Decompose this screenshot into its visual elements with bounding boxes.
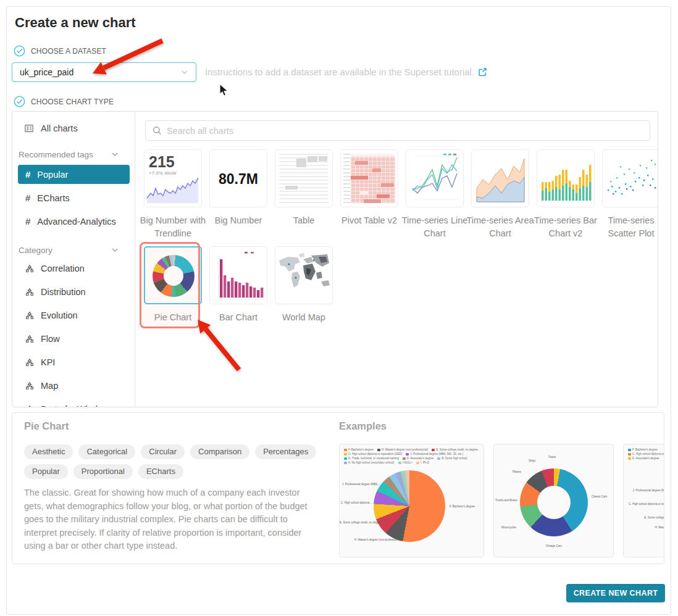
pie-callout: Planes bbox=[513, 470, 521, 473]
sidebar-item-all-charts[interactable]: All charts bbox=[12, 122, 135, 135]
sidebar-item-advanced-analytics[interactable]: # Advanced-Analytics bbox=[18, 212, 130, 231]
donut-hole bbox=[537, 486, 571, 519]
tag-pill: Proportional bbox=[73, 464, 133, 479]
chart-card-label: Big Number bbox=[203, 214, 274, 227]
tag-pill: Popular bbox=[24, 464, 68, 479]
legend-item: J. Professional degree (MBA, MD, JD, etc… bbox=[406, 452, 463, 456]
chart-card-ts-scatter[interactable]: Time-series Scatter Plot bbox=[602, 149, 658, 240]
category-item-label: Map bbox=[41, 381, 58, 391]
category-item-label: Distribution bbox=[41, 287, 86, 297]
create-new-chart-button[interactable]: CREATE NEW CHART bbox=[566, 584, 665, 602]
pie-callout: H. Master's degree (non-professional) bbox=[354, 538, 401, 541]
sidebar-category-item[interactable]: Map bbox=[18, 376, 130, 395]
pie-callout: Trucks and Buses bbox=[495, 499, 517, 502]
chart-card-big-number[interactable]: 80.7M Big Number bbox=[209, 149, 267, 240]
sitemap-icon bbox=[25, 358, 34, 367]
bar-chart-thumb bbox=[209, 246, 267, 304]
search-input[interactable] bbox=[167, 126, 643, 136]
search-icon bbox=[153, 126, 162, 135]
tag-pill: Categorical bbox=[78, 444, 135, 459]
dataset-select[interactable]: uk_price_paid bbox=[12, 62, 196, 82]
pivot-table-thumb bbox=[340, 149, 398, 207]
example-pie-clipped: F. Bachelor's degreeC. High school diplo… bbox=[623, 444, 664, 557]
section-recommended-tags[interactable]: Recommended tags bbox=[12, 146, 135, 163]
pie-chart-thumb-selected bbox=[144, 246, 202, 304]
page-title: Create a new chart bbox=[15, 15, 136, 31]
legend-item: E. Some college credit, no degree bbox=[432, 448, 478, 451]
tag-pill: Comparison bbox=[190, 444, 249, 459]
chart-card-label: Time-series Bar Chart v2 bbox=[530, 214, 601, 240]
chart-card-ts-area[interactable]: Time-series Area Chart bbox=[471, 149, 529, 240]
legend-item: C. High school diploma or equivalent (GE… bbox=[344, 452, 402, 456]
pie-callout: F. Bachelor's degree bbox=[450, 505, 475, 508]
sitemap-icon bbox=[25, 264, 34, 273]
sidebar-category-item[interactable]: KPI bbox=[18, 352, 130, 372]
sitemap-icon bbox=[25, 288, 34, 296]
legend-item: G. Trade, technical, or vocational train… bbox=[344, 457, 399, 460]
all-charts-label: All charts bbox=[41, 123, 78, 133]
chart-card-world-map[interactable]: World Map bbox=[275, 246, 333, 324]
recommended-tags-label: Recommended tags bbox=[19, 150, 93, 159]
choose-chart-type-label: CHOOSE CHART TYPE bbox=[31, 98, 114, 106]
example1-pie bbox=[374, 470, 445, 542]
tag-pill: ECharts bbox=[138, 464, 183, 479]
chart-card-label: Big Number with Trendline bbox=[138, 214, 208, 240]
hash-icon: # bbox=[25, 193, 30, 203]
chart-card-label: Time-series Scatter Plot bbox=[596, 214, 658, 240]
legend-item: B. Some high school bbox=[437, 457, 467, 460]
pie-callout: Ships bbox=[529, 459, 535, 462]
advanced-analytics-label: Advanced-Analytics bbox=[37, 217, 115, 227]
table-thumb bbox=[275, 149, 333, 207]
chart-card-bar[interactable]: Bar Chart bbox=[209, 246, 267, 324]
chart-card-pivot-table[interactable]: Pivot Table v2 bbox=[340, 149, 398, 240]
category-label: Category bbox=[19, 246, 52, 255]
detail-chart-name: Pie Chart bbox=[24, 420, 69, 432]
sidebar-category-item[interactable]: Distribution bbox=[18, 282, 130, 301]
big-number-thumb: 80.7M bbox=[209, 149, 267, 207]
pie-callout: J. Professional degree (M bbox=[626, 489, 664, 492]
chart-card-ts-bar[interactable]: Time-series Bar Chart v2 bbox=[537, 149, 595, 240]
category-list: Correlation Distribution bbox=[12, 259, 135, 407]
ts-area-thumb bbox=[471, 149, 529, 207]
chart-card-label: Pivot Table v2 bbox=[334, 214, 404, 227]
chart-card-big-number-trendline[interactable]: 215 +7.0% WoW Big Number with Trendline bbox=[144, 149, 202, 240]
sidebar-category-item[interactable]: Evolution bbox=[18, 306, 130, 325]
example2-donut bbox=[520, 468, 588, 536]
detail-description: The classic. Great for showing how much … bbox=[24, 486, 319, 553]
sitemap-icon bbox=[25, 335, 34, 343]
sidebar-category-item[interactable]: Flow bbox=[18, 329, 130, 348]
chevron-down-icon bbox=[111, 151, 119, 158]
chart-card-table[interactable]: Table bbox=[275, 149, 333, 240]
category-item-label: Flow bbox=[41, 334, 60, 344]
pie-thumb-donut bbox=[153, 255, 195, 297]
category-item-label: Part of a Whole bbox=[41, 404, 103, 408]
pie-callout: E. Some college credit, no degree bbox=[340, 521, 372, 524]
choose-dataset-label: CHOOSE A DATASET bbox=[31, 47, 106, 56]
chart-card-pie[interactable]: Pie Chart bbox=[144, 246, 202, 324]
legend-item: I. Ph.D. bbox=[416, 461, 430, 464]
pie-callout: E. Some college bbox=[626, 516, 664, 519]
echarts-label: ECharts bbox=[37, 193, 69, 203]
sidebar-category-item[interactable]: Correlation bbox=[18, 259, 130, 278]
step-complete-check-icon bbox=[14, 96, 25, 107]
category-item-label: Correlation bbox=[41, 264, 85, 273]
chart-card-label: Pie Chart bbox=[138, 311, 208, 324]
pie-callout: Vintage Cars bbox=[546, 544, 562, 547]
category-item-label: Evolution bbox=[41, 310, 78, 320]
hash-icon: # bbox=[25, 216, 30, 227]
donut-hole bbox=[164, 266, 183, 286]
tag-pill: Percentages bbox=[255, 444, 316, 459]
sidebar-item-popular[interactable]: # Popular bbox=[18, 165, 130, 184]
external-link-icon[interactable] bbox=[478, 67, 487, 77]
sidebar-category-item[interactable]: Part of a Whole bbox=[18, 399, 130, 407]
hash-icon: # bbox=[25, 169, 30, 180]
example1-legend: F. Bachelor's degreeH. Master's degree (… bbox=[344, 448, 481, 464]
legend-item: F. Bachelor's degree bbox=[344, 448, 374, 451]
chart-card-label: Time-series Area Chart bbox=[465, 214, 535, 240]
chart-card-label: Table bbox=[269, 214, 339, 227]
step-choose-chart-type: CHOOSE CHART TYPE bbox=[14, 96, 114, 107]
sidebar-item-echarts[interactable]: # ECharts bbox=[18, 188, 130, 207]
chart-card-ts-line[interactable]: Time-series Line Chart bbox=[406, 149, 464, 240]
section-category[interactable]: Category bbox=[12, 241, 135, 259]
pie-callout: Classic Cars bbox=[592, 495, 607, 498]
